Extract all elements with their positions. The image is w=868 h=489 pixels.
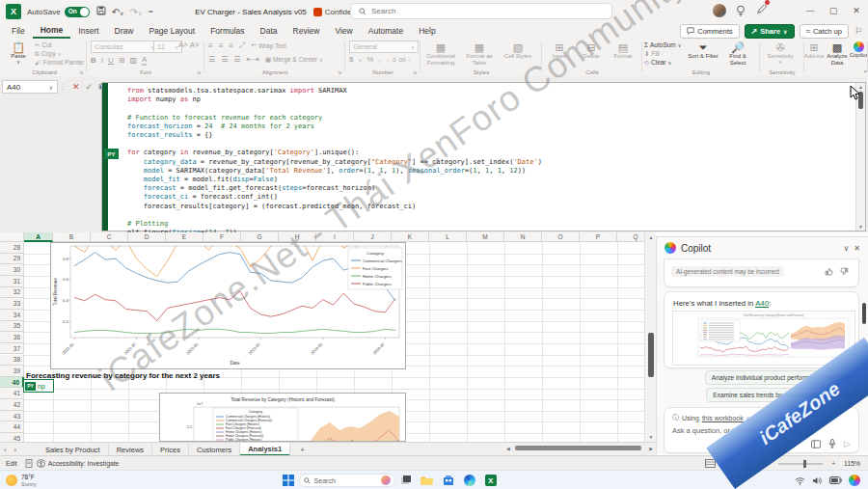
column-header-E[interactable]: E bbox=[166, 232, 203, 242]
minimize-button[interactable]: — bbox=[799, 0, 822, 21]
row-header-43[interactable]: 43 bbox=[0, 411, 24, 422]
wifi-icon[interactable] bbox=[795, 476, 805, 485]
align-middle-icon[interactable]: ≡ bbox=[219, 41, 224, 50]
currency-icon[interactable]: $ bbox=[349, 55, 353, 64]
workbook-scope-link[interactable]: this workbook bbox=[702, 415, 744, 421]
sort-filter-button[interactable]: ⏷Sort & Filter bbox=[687, 40, 719, 60]
column-header-L[interactable]: L bbox=[429, 232, 467, 242]
ribbon-tab-page-layout[interactable]: Page Layout bbox=[141, 23, 203, 39]
code-editor-scrollbar[interactable]: ▲ ▼ bbox=[855, 83, 865, 231]
grow-font-icon[interactable]: A˄ A˅ bbox=[178, 41, 200, 49]
ribbon-copilot-button[interactable]: Copilot bbox=[849, 40, 868, 59]
cut-button[interactable]: ✂Cut bbox=[35, 41, 85, 49]
column-header-P[interactable]: P bbox=[580, 232, 617, 242]
conditional-formatting-button[interactable]: ▦Conditional Formatting bbox=[422, 40, 459, 67]
find-select-button[interactable]: 🔎Find & Select bbox=[721, 40, 754, 67]
code-lines[interactable]: from statsmodels.tsa.statespace.sarimax … bbox=[127, 87, 852, 237]
font-name-select[interactable]: Consolas∨ bbox=[91, 41, 158, 53]
comments-button[interactable]: Comments bbox=[680, 24, 739, 39]
column-header-A[interactable]: A bbox=[24, 232, 53, 242]
avatar[interactable] bbox=[713, 4, 726, 17]
document-check-icon[interactable] bbox=[25, 459, 33, 468]
font-dialog-launcher-icon[interactable]: ⇲ bbox=[197, 69, 201, 75]
sheet-tab-reviews[interactable]: Reviews bbox=[109, 443, 152, 456]
battery-icon[interactable] bbox=[829, 476, 842, 484]
prompt-guide-icon[interactable] bbox=[811, 440, 821, 448]
scroll-down-icon[interactable]: ▼ bbox=[645, 434, 656, 440]
clear-button[interactable]: ◇Clear∨ bbox=[644, 58, 681, 67]
percent-icon[interactable]: % bbox=[366, 55, 373, 64]
bold-button[interactable]: B bbox=[91, 56, 96, 65]
cancel-entry-icon[interactable]: ✕ bbox=[72, 82, 80, 92]
page-break-view-icon[interactable] bbox=[744, 459, 754, 468]
row-header-36[interactable]: 36 bbox=[0, 332, 24, 343]
task-view-icon[interactable] bbox=[398, 473, 414, 488]
wrap-text-button[interactable]: ↩Wrap Text bbox=[251, 41, 285, 50]
revenue-by-category-chart[interactable]: 0.20.40.60.82022-012022-072023-012023-07… bbox=[50, 242, 406, 369]
indent-icon[interactable]: ⇤⇥ bbox=[247, 55, 259, 64]
column-header-I[interactable]: I bbox=[316, 232, 354, 242]
prev-sheet-icon[interactable]: ‹ bbox=[0, 446, 11, 454]
thumbs-down-icon[interactable] bbox=[840, 267, 849, 276]
zoom-slider[interactable] bbox=[778, 463, 823, 465]
spreadsheet-grid[interactable]: ABCDEFGHIJKLMNOPQ28293031323334353637383… bbox=[0, 232, 656, 442]
align-top-icon[interactable]: ≡ bbox=[208, 41, 213, 50]
sheet-vertical-scrollbar[interactable]: ▲ ▼ bbox=[644, 232, 656, 442]
row-header-31[interactable]: 31 bbox=[0, 276, 24, 287]
row-header-32[interactable]: 32 bbox=[0, 287, 24, 299]
number-dialog-launcher-icon[interactable]: ⇲ bbox=[413, 69, 417, 75]
page-layout-view-icon[interactable] bbox=[724, 459, 735, 468]
volume-icon[interactable] bbox=[812, 476, 823, 485]
column-header-G[interactable]: G bbox=[241, 232, 279, 242]
edge-browser-icon[interactable] bbox=[462, 473, 477, 488]
accessibility-status[interactable]: Accessibility: Investigate bbox=[48, 460, 120, 467]
sheet-tab-sales-by-product[interactable]: Sales by Product bbox=[38, 443, 109, 456]
column-header-O[interactable]: O bbox=[542, 232, 580, 242]
share-button[interactable]: ↗Share∨ bbox=[745, 24, 795, 39]
name-box[interactable]: A40∨ bbox=[2, 80, 58, 94]
file-explorer-icon[interactable] bbox=[420, 473, 435, 488]
forecast-chart[interactable]: Total Revenue by Category (Historic and … bbox=[159, 393, 406, 442]
close-button[interactable]: ✕ bbox=[845, 0, 868, 21]
scrollbar-thumb[interactable] bbox=[515, 446, 641, 450]
zoom-out-icon[interactable]: — bbox=[763, 460, 770, 467]
scroll-up-icon[interactable]: ▲ bbox=[645, 234, 656, 240]
column-header-C[interactable]: C bbox=[91, 232, 128, 242]
borders-icon[interactable]: ⊞ bbox=[119, 56, 125, 65]
start-button[interactable] bbox=[281, 473, 296, 488]
comma-icon[interactable]: , bbox=[378, 55, 380, 64]
row-header-38[interactable]: 38 bbox=[0, 355, 24, 367]
paste-button[interactable]: 📋 Paste∨ bbox=[4, 40, 33, 66]
ribbon-tab-review[interactable]: Review bbox=[285, 23, 328, 39]
inserted-chart-preview[interactable]: Total Revenue by Category (Historic and … bbox=[672, 311, 855, 366]
format-cells-button[interactable]: ▤Format bbox=[608, 40, 638, 60]
microsoft-store-icon[interactable] bbox=[441, 473, 456, 488]
add-ins-button[interactable]: ⊞Add-ins bbox=[802, 40, 826, 60]
copilot-taskbar-icon[interactable] bbox=[849, 475, 860, 486]
insert-cells-button[interactable]: ⊞Insert bbox=[544, 40, 575, 60]
ribbon-tab-formulas[interactable]: Formulas bbox=[203, 23, 252, 39]
zoom-level[interactable]: 115% bbox=[844, 460, 860, 467]
underline-button[interactable]: U bbox=[108, 56, 114, 65]
ribbon-tab-insert[interactable]: Insert bbox=[70, 23, 106, 39]
autosave-toggle[interactable]: On bbox=[65, 7, 90, 17]
row-header-28[interactable]: 28 bbox=[0, 242, 24, 254]
python-code-editor[interactable]: PY from statsmodels.tsa.statespace.sarim… bbox=[101, 82, 866, 231]
sheet-tab-analysis1[interactable]: Analysis1 bbox=[240, 443, 290, 456]
font-color-icon[interactable]: A bbox=[142, 55, 147, 66]
cell-reference-link[interactable]: A40 bbox=[755, 299, 769, 308]
add-sheet-button[interactable]: + bbox=[290, 446, 313, 454]
analyze-data-button[interactable]: ▩Analyze Data bbox=[826, 40, 849, 67]
zoom-in-icon[interactable]: + bbox=[831, 460, 835, 467]
number-format-select[interactable]: General∨ bbox=[349, 41, 419, 53]
alignment-dialog-launcher-icon[interactable]: ⇲ bbox=[338, 69, 341, 75]
fill-color-icon[interactable]: ▨ bbox=[130, 56, 138, 65]
ribbon-pin-icon[interactable]: ⚐ bbox=[854, 26, 862, 36]
normal-view-icon[interactable] bbox=[705, 459, 716, 468]
merge-center-button[interactable]: ▦Merge & Center∨ bbox=[265, 55, 323, 64]
copilot-suggestion-chip[interactable]: Examine sales trends by different sales … bbox=[706, 388, 859, 402]
column-header-H[interactable]: H bbox=[279, 232, 316, 242]
microphone-icon[interactable] bbox=[828, 439, 836, 448]
format-painter-button[interactable]: 🖌Format Painter bbox=[35, 58, 85, 67]
sensitivity-button[interactable]: ✇Sensitivity∨ bbox=[762, 40, 799, 66]
